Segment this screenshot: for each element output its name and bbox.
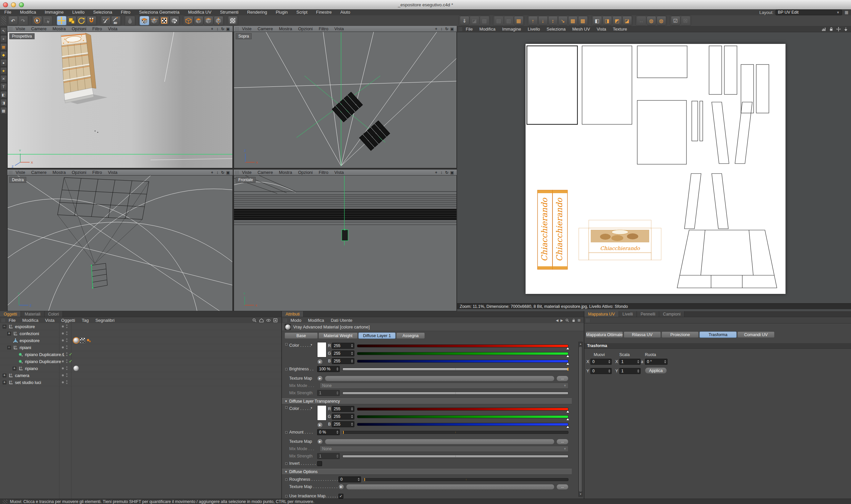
vp-menu-camere[interactable]: Camere <box>255 170 276 175</box>
uv-relax-ring-icon[interactable]: ◍ <box>647 16 656 25</box>
obj-menu-tag[interactable]: Tag <box>78 318 92 323</box>
tree-row-espositore[interactable]: − 0 espositore <box>0 323 281 330</box>
editor-visibility-dot[interactable] <box>62 339 64 341</box>
scale-tool-icon[interactable] <box>67 16 76 25</box>
tab-assegna[interactable]: Assegna <box>396 332 425 339</box>
pan-view-icon[interactable]: + <box>210 26 215 31</box>
eraser-tool-icon[interactable]: ✕ <box>0 75 7 83</box>
mask-tool-icon[interactable]: ◨ <box>0 99 7 106</box>
move-tool-icon[interactable] <box>57 16 67 25</box>
collapse-icon[interactable]: − <box>7 346 11 349</box>
text-tool-icon[interactable]: T <box>0 83 7 90</box>
vp-menu-vista[interactable]: Vista <box>105 26 121 31</box>
tex-menu-mesh-uv[interactable]: Mesh UV <box>569 26 593 32</box>
render-visibility-dots[interactable] <box>66 380 68 382</box>
uv-move-down-icon[interactable]: ↓ <box>538 16 548 25</box>
viewport-drag-handle[interactable] <box>235 27 239 31</box>
uv-relax-border-icon[interactable]: ◍ <box>656 16 666 25</box>
vp-menu-opzioni[interactable]: Opzioni <box>69 170 89 175</box>
expand-arrow-button[interactable]: ▶ <box>339 484 344 490</box>
maximize-view-icon[interactable]: ▣ <box>449 170 455 175</box>
spinner-icon[interactable] <box>637 370 639 373</box>
tree-row-ripiano-duplicatore-1[interactable]: + ripiano Duplicatore.1 ✓ <box>0 351 281 358</box>
tab-mappatura-uv[interactable]: Mappatura UV <box>584 311 619 317</box>
layout-dropdown[interactable]: BP UV Edit ▼ <box>776 10 842 15</box>
selection-tag-icon[interactable] <box>86 338 91 343</box>
halfshade-tool-icon[interactable]: ◧ <box>0 91 7 98</box>
vp-menu-opzioni[interactable]: Opzioni <box>69 26 89 31</box>
viewport-drag-handle[interactable] <box>8 170 13 174</box>
tab-diffuse-layer-1[interactable]: Diffuse Layer 1 <box>358 332 396 339</box>
dock-down-arrow-icon[interactable] <box>843 26 848 32</box>
render-visibility-dots[interactable] <box>66 324 68 326</box>
tex-menu-file[interactable]: File <box>463 26 476 32</box>
top-view-canvas[interactable]: Sopra Z X <box>234 32 457 168</box>
rectangle-selection-icon[interactable] <box>42 16 52 25</box>
spinner-icon[interactable] <box>351 422 353 426</box>
animation-dot[interactable] <box>285 431 288 433</box>
menu-livello[interactable]: Livello <box>68 9 89 15</box>
tab-colori[interactable]: Colori <box>44 311 63 317</box>
smudge-tool-icon[interactable] <box>125 16 135 25</box>
render-visibility-dots[interactable] <box>66 353 68 354</box>
animation-dot[interactable] <box>285 463 288 465</box>
vp-menu-camere[interactable]: Camere <box>28 26 50 31</box>
expand-icon[interactable]: + <box>7 332 11 336</box>
vp-menu-vista[interactable]: Vista <box>331 26 347 31</box>
vp-menu-viste[interactable]: Viste <box>13 170 28 175</box>
editor-visibility-dot[interactable] <box>62 325 64 327</box>
mappatura-ottimale-button[interactable]: Mappatura Ottimale <box>586 331 623 338</box>
tab-materiali[interactable]: Materiali <box>21 311 44 317</box>
animation-dot[interactable] <box>285 406 288 409</box>
vp-menu-mostra[interactable]: Mostra <box>276 26 295 31</box>
animation-dot[interactable] <box>285 479 288 481</box>
editor-visibility-dot[interactable] <box>62 332 64 335</box>
tab-material-weight[interactable]: Material Weight <box>319 332 358 339</box>
uv-checker-frame-icon[interactable] <box>160 16 169 25</box>
applica-button[interactable]: Applica <box>645 367 667 374</box>
scroll-down-icon[interactable]: ▼ <box>579 492 582 496</box>
expand-arrow-button[interactable]: ▶ <box>317 422 323 428</box>
menu-immagine[interactable]: Immagine <box>40 9 68 15</box>
enabled-check-icon[interactable]: ✓ <box>69 352 72 357</box>
tex-menu-immagine[interactable]: Immagine <box>499 26 524 32</box>
brightness-slider[interactable] <box>342 368 568 371</box>
panel-drag-handle[interactable] <box>283 319 287 322</box>
r-value-field[interactable] <box>332 343 355 349</box>
lock-icon[interactable] <box>829 26 834 32</box>
roughness-slider[interactable] <box>364 478 568 481</box>
r-slider[interactable] <box>357 344 568 347</box>
vp-menu-filtro[interactable]: Filtro <box>89 26 105 31</box>
tex-menu-modifica[interactable]: Modifica <box>476 26 499 32</box>
vp-menu-vista[interactable]: Vista <box>331 170 347 175</box>
viewport-drag-handle[interactable] <box>235 170 239 174</box>
tree-row-ripiani[interactable]: − 0 ripiani <box>0 344 281 351</box>
browse-button[interactable]: ... <box>557 439 568 445</box>
vp-menu-filtro[interactable]: Filtro <box>89 170 105 175</box>
tab-base[interactable]: Base <box>285 332 318 339</box>
model-mode-cube-icon[interactable] <box>184 16 194 25</box>
uv-confirm-icon[interactable]: ☑ <box>671 16 681 25</box>
expand-arrow-button[interactable]: ▶ <box>317 376 323 381</box>
panel-drag-handle[interactable] <box>458 27 463 31</box>
vp-menu-mostra[interactable]: Mostra <box>276 170 295 175</box>
uv-distribute-icon[interactable]: ◪ <box>622 16 632 25</box>
uvw-tag-icon[interactable] <box>80 338 85 343</box>
menu-strumenti[interactable]: Strumenti <box>216 9 243 15</box>
g-value-field[interactable] <box>332 414 355 419</box>
uv-flip-vertical-icon[interactable]: ↕ <box>548 16 558 25</box>
material-tag-selected[interactable] <box>73 338 79 343</box>
uv-align-left-icon[interactable]: ◧ <box>592 16 602 25</box>
vp-menu-filtro[interactable]: Filtro <box>316 26 331 31</box>
menu-filtro[interactable]: Filtro <box>116 9 134 15</box>
menu-finestre[interactable]: Finestre <box>312 9 336 15</box>
menu-rendering[interactable]: Rendering <box>243 9 271 15</box>
uv-grid-icon[interactable]: ▦ <box>514 16 524 25</box>
spinner-icon[interactable] <box>351 352 353 355</box>
uv-fit-canvas-icon[interactable]: ▩ <box>568 16 578 25</box>
uv-texture-canvas[interactable]: Chiacchierando Chiacchierando Chiacchier… <box>526 44 785 294</box>
polygon-mode-cube-icon[interactable] <box>194 16 203 25</box>
vp-menu-mostra[interactable]: Mostra <box>50 26 69 31</box>
spinner-icon[interactable] <box>608 370 610 373</box>
uv-polygon-paint-cube-icon[interactable] <box>140 16 149 25</box>
